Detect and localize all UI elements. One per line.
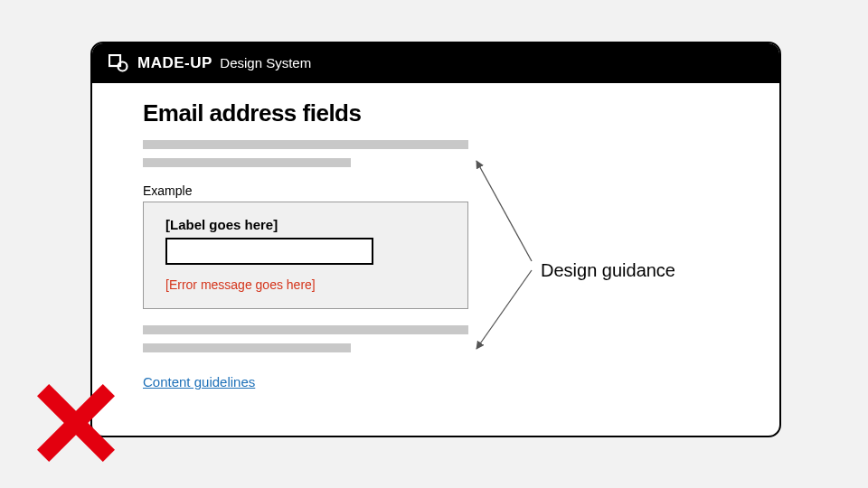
body-text-placeholder — [143, 325, 468, 334]
brand-logo-icon — [108, 54, 128, 72]
brand-name: MADE-UP — [137, 54, 212, 71]
annotation-label: Design guidance — [541, 260, 675, 281]
example-error-message: [Error message goes here] — [165, 277, 446, 292]
body-text-placeholder — [143, 158, 351, 167]
page-content: Email address fields Example [Label goes… — [92, 83, 779, 390]
brand-subtitle: Design System — [220, 55, 311, 70]
content-guidelines-link[interactable]: Content guidelines — [143, 374, 255, 389]
page-title: Email address fields — [143, 99, 729, 127]
example-field-label: [Label goes here] — [165, 217, 446, 232]
body-text-placeholder — [143, 140, 468, 149]
example-box: [Label goes here] [Error message goes he… — [143, 202, 468, 309]
body-text-placeholder — [143, 343, 351, 352]
example-heading: Example — [143, 183, 729, 198]
example-text-input[interactable] — [165, 238, 373, 265]
design-system-window: MADE-UP Design System Email address fiel… — [90, 42, 781, 437]
titlebar: MADE-UP Design System — [92, 43, 779, 83]
brand-label: MADE-UP Design System — [137, 54, 311, 72]
